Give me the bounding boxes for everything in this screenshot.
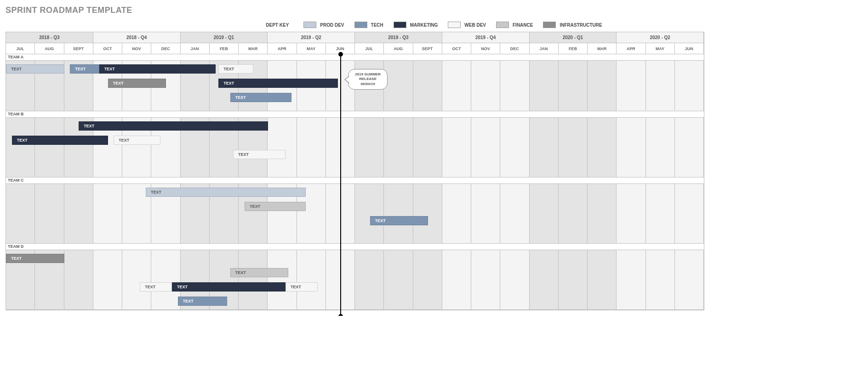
legend-swatch: [354, 22, 367, 28]
legend: DEPT KEY PROD DEVTECHMARKETINGWEB DEVFIN…: [6, 22, 862, 28]
team-label: TEAM A: [6, 54, 704, 61]
month-cell: JUL: [6, 43, 35, 54]
month-cell: SEPT: [64, 43, 93, 54]
month-cell: OCT: [93, 43, 122, 54]
legend-item: TECH: [354, 22, 383, 28]
legend-swatch: [448, 22, 461, 28]
legend-item: PROD DEV: [303, 22, 344, 28]
gantt-bar[interactable]: TEXT: [140, 282, 172, 292]
quarter-cell: 2019 - Q1: [181, 32, 268, 43]
page-title: SPRINT ROADMAP TEMPLATE: [6, 6, 862, 15]
legend-item: INFRASTRUCTURE: [543, 22, 602, 28]
legend-label: MARKETING: [410, 23, 438, 28]
month-cell: AUG: [384, 43, 413, 54]
legend-label: INFRASTRUCTURE: [560, 23, 602, 28]
gantt-bar[interactable]: TEXT: [178, 297, 228, 306]
milestone-callout: 2019 SUMMERRELEASE06/04/19: [348, 69, 388, 90]
quarter-cell: 2018 - Q4: [93, 32, 181, 43]
team-label: TEAM D: [6, 244, 704, 250]
legend-label: PROD DEV: [320, 23, 344, 28]
marker-dot-icon: [338, 314, 343, 316]
gantt-bar[interactable]: TEXT: [233, 150, 286, 159]
month-cell: JAN: [530, 43, 559, 54]
gantt-bar[interactable]: TEXT: [172, 282, 286, 292]
legend-swatch: [394, 22, 406, 28]
gantt-bar[interactable]: TEXT: [12, 136, 108, 145]
quarter-cell: 2019 - Q4: [442, 32, 530, 43]
legend-item: WEB DEV: [448, 22, 486, 28]
team-body: TEXTTEXTTEXTTEXT: [6, 118, 704, 177]
quarter-cell: 2020 - Q1: [530, 32, 617, 43]
gantt-bar[interactable]: TEXT: [218, 64, 253, 74]
legend-label: WEB DEV: [464, 23, 486, 28]
month-cell: FEB: [210, 43, 239, 54]
month-cell: MAY: [646, 43, 675, 54]
legend-key-label: DEPT KEY: [266, 23, 289, 28]
legend-item: FINANCE: [496, 22, 533, 28]
gantt-bar[interactable]: TEXT: [370, 216, 428, 225]
month-cell: MAR: [239, 43, 268, 54]
month-cell: JAN: [181, 43, 210, 54]
month-cell: SEPT: [413, 43, 442, 54]
month-cell: DEC: [151, 43, 180, 54]
month-cell: MAR: [588, 43, 617, 54]
gantt-bar[interactable]: TEXT: [79, 121, 268, 131]
legend-item: MARKETING: [394, 22, 438, 28]
month-cell: MAY: [297, 43, 326, 54]
gantt-bar[interactable]: TEXT: [230, 268, 289, 277]
legend-label: TECH: [371, 23, 383, 28]
month-cell: NOV: [471, 43, 500, 54]
gantt-bar[interactable]: TEXT: [6, 254, 64, 263]
legend-swatch: [496, 22, 509, 28]
gantt-bar[interactable]: TEXT: [114, 136, 160, 145]
quarter-cell: 2020 - Q2: [617, 32, 704, 43]
gantt-bar[interactable]: TEXT: [146, 188, 306, 197]
gantt-bar[interactable]: TEXT: [70, 64, 99, 74]
quarter-cell: 2019 - Q2: [268, 32, 355, 43]
team-label: TEAM B: [6, 111, 704, 118]
legend-label: FINANCE: [513, 23, 533, 28]
quarter-header-row: 2018 - Q32018 - Q42019 - Q12019 - Q22019…: [6, 32, 704, 43]
month-cell: APR: [617, 43, 645, 54]
gantt-bar[interactable]: TEXT: [245, 202, 306, 211]
gantt-bar[interactable]: TEXT: [6, 64, 64, 74]
team-body: TEXTTEXTTEXTTEXTTEXTTEXT: [6, 250, 704, 310]
quarter-cell: 2018 - Q3: [6, 32, 93, 43]
gantt-bar[interactable]: TEXT: [218, 79, 338, 88]
legend-swatch: [303, 22, 316, 28]
roadmap-chart: 2018 - Q32018 - Q42019 - Q12019 - Q22019…: [6, 32, 704, 310]
month-cell: JUN: [675, 43, 704, 54]
today-marker-line: [340, 54, 341, 316]
month-cell: AUG: [35, 43, 64, 54]
month-header-row: JULAUGSEPTOCTNOVDECJANFEBMARAPRMAYJUNJUL…: [6, 43, 704, 54]
month-cell: APR: [268, 43, 297, 54]
team-label: TEAM C: [6, 177, 704, 184]
gantt-bar[interactable]: TEXT: [286, 282, 318, 292]
team-body: TEXTTEXTTEXT: [6, 184, 704, 244]
month-cell: NOV: [122, 43, 151, 54]
gantt-bar[interactable]: TEXT: [99, 64, 216, 74]
gantt-bar[interactable]: TEXT: [108, 79, 166, 88]
month-cell: FEB: [559, 43, 588, 54]
quarter-cell: 2019 - Q3: [355, 32, 442, 43]
month-cell: OCT: [442, 43, 471, 54]
legend-swatch: [543, 22, 556, 28]
month-cell: DEC: [500, 43, 529, 54]
month-cell: JUL: [355, 43, 384, 54]
gantt-bar[interactable]: TEXT: [230, 93, 291, 102]
